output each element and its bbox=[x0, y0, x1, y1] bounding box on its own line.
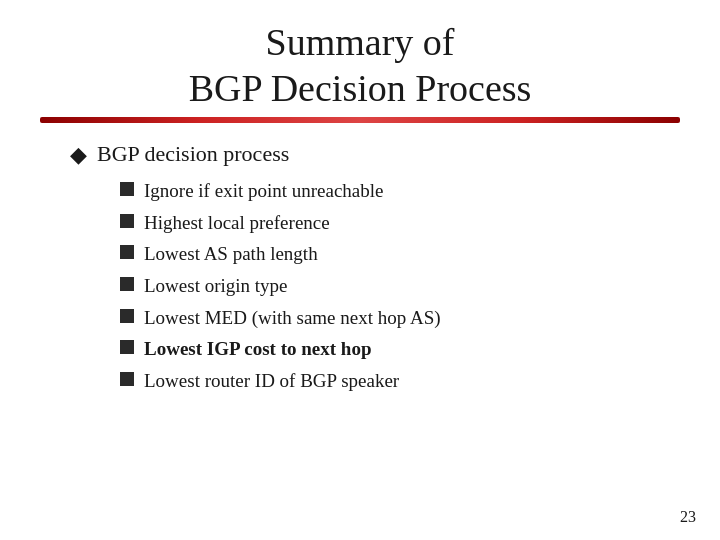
content-area: ◆ BGP decision process Ignore if exit po… bbox=[40, 141, 680, 393]
square-bullet-icon bbox=[120, 245, 134, 259]
list-item: Ignore if exit point unreachable bbox=[120, 178, 680, 204]
slide: Summary of BGP Decision Process ◆ BGP de… bbox=[0, 0, 720, 540]
list-item: Lowest AS path length bbox=[120, 241, 680, 267]
square-bullet-icon bbox=[120, 277, 134, 291]
square-bullet-icon bbox=[120, 182, 134, 196]
title-area: Summary of BGP Decision Process bbox=[40, 20, 680, 123]
title-underline bbox=[40, 117, 680, 123]
square-bullet-icon bbox=[120, 340, 134, 354]
title-line1: Summary of bbox=[266, 21, 455, 63]
title-line2: BGP Decision Process bbox=[189, 67, 532, 109]
list-item: Highest local preference bbox=[120, 210, 680, 236]
page-number: 23 bbox=[680, 508, 696, 526]
sub-list: Ignore if exit point unreachable Highest… bbox=[120, 178, 680, 393]
main-bullet-text: BGP decision process bbox=[97, 141, 289, 167]
list-item: Lowest IGP cost to next hop bbox=[120, 336, 680, 362]
sub-item-text: Lowest MED (with same next hop AS) bbox=[144, 305, 441, 331]
list-item: Lowest MED (with same next hop AS) bbox=[120, 305, 680, 331]
sub-item-text: Lowest origin type bbox=[144, 273, 288, 299]
square-bullet-icon bbox=[120, 372, 134, 386]
square-bullet-icon bbox=[120, 309, 134, 323]
square-bullet-icon bbox=[120, 214, 134, 228]
sub-item-text: Highest local preference bbox=[144, 210, 330, 236]
sub-item-text: Lowest AS path length bbox=[144, 241, 318, 267]
list-item: Lowest origin type bbox=[120, 273, 680, 299]
slide-title: Summary of BGP Decision Process bbox=[40, 20, 680, 111]
list-item: Lowest router ID of BGP speaker bbox=[120, 368, 680, 394]
sub-item-text: Lowest router ID of BGP speaker bbox=[144, 368, 399, 394]
diamond-icon: ◆ bbox=[70, 142, 87, 168]
sub-item-text: Lowest IGP cost to next hop bbox=[144, 336, 371, 362]
sub-item-text: Ignore if exit point unreachable bbox=[144, 178, 384, 204]
main-bullet: ◆ BGP decision process bbox=[70, 141, 680, 168]
